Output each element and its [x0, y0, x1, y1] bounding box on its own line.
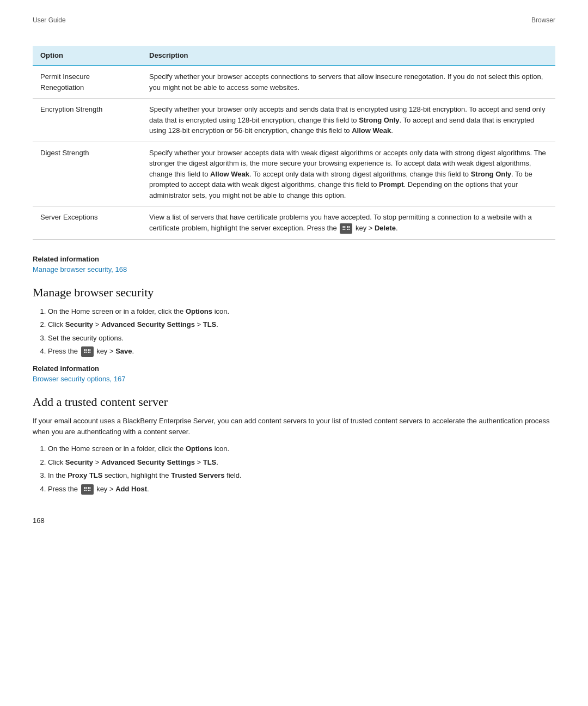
table-row: Digest StrengthSpecify whether your brow… — [33, 142, 555, 206]
list-item: Press the ⠿⠿ key > Save. — [48, 346, 555, 357]
page-number: 168 — [33, 516, 555, 525]
list-item: Set the security options. — [48, 333, 555, 344]
option-cell: Digest Strength — [33, 142, 142, 206]
related-info-block-1: Related information Manage browser secur… — [33, 255, 555, 273]
trusted-server-title: Add a trusted content server — [33, 395, 555, 409]
list-item: On the Home screen or in a folder, click… — [48, 443, 555, 454]
list-item: Click Security > Advanced Security Setti… — [48, 319, 555, 330]
option-cell: Server Exceptions — [33, 206, 142, 240]
page-header: User Guide Browser — [33, 16, 555, 24]
table-row: Encryption StrengthSpecify whether your … — [33, 99, 555, 142]
description-cell: Specify whether your browser only accept… — [142, 99, 555, 142]
manage-security-steps: On the Home screen or in a folder, click… — [48, 306, 555, 357]
list-item: Click Security > Advanced Security Setti… — [48, 457, 555, 468]
related-link-2[interactable]: Browser security options, 167 — [33, 375, 126, 383]
header-right: Browser — [531, 16, 555, 24]
header-left: User Guide — [33, 16, 66, 24]
list-item: In the Proxy TLS section, highlight the … — [48, 470, 555, 481]
key-icon: ⠿⠿ — [340, 223, 352, 234]
key-icon: ⠿⠿ — [81, 484, 94, 495]
table-header-row: Option Description — [33, 46, 555, 65]
key-icon: ⠿⠿ — [81, 346, 94, 357]
description-cell: Specify whether your browser accepts dat… — [142, 142, 555, 206]
col-option-header: Option — [33, 46, 142, 65]
options-table: Option Description Permit Insecure Reneg… — [33, 46, 555, 240]
related-info-label-2: Related information — [33, 364, 555, 373]
table-row: Server ExceptionsView a list of servers … — [33, 206, 555, 240]
related-info-block-2: Related information Browser security opt… — [33, 364, 555, 383]
description-cell: View a list of servers that have certifi… — [142, 206, 555, 240]
list-item: On the Home screen or in a folder, click… — [48, 306, 555, 317]
col-description-header: Description — [142, 46, 555, 65]
option-cell: Encryption Strength — [33, 99, 142, 142]
manage-security-title: Manage browser security — [33, 285, 555, 300]
related-info-label-1: Related information — [33, 255, 555, 263]
trusted-server-steps: On the Home screen or in a folder, click… — [48, 443, 555, 495]
trusted-server-intro: If your email account uses a BlackBerry … — [33, 416, 555, 437]
description-cell: Specify whether your browser accepts con… — [142, 65, 555, 99]
related-link-1[interactable]: Manage browser security, 168 — [33, 265, 127, 273]
list-item: Press the ⠿⠿ key > Add Host. — [48, 484, 555, 495]
option-cell: Permit Insecure Renegotiation — [33, 65, 142, 99]
table-row: Permit Insecure RenegotiationSpecify whe… — [33, 65, 555, 99]
